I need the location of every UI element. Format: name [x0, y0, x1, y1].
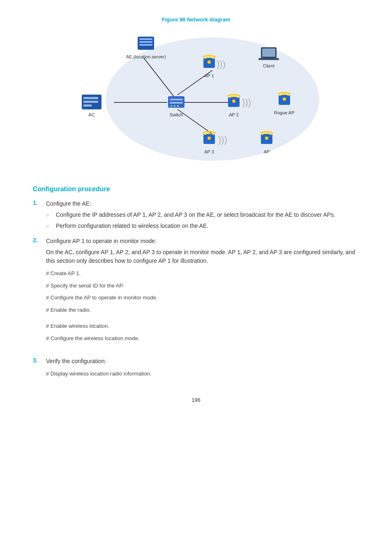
- svg-point-14: [177, 105, 179, 107]
- ap3-waves: ))): [218, 134, 227, 145]
- ap1-node: AP 1: [200, 54, 218, 78]
- substep-1-2-text: Perform configuration related to wireles…: [56, 222, 208, 230]
- ap-bottom-icon: [258, 130, 276, 148]
- step-1-content: Configure the AE: ○ Configure the IP add…: [46, 199, 359, 233]
- ap1-icon: [200, 54, 218, 72]
- step-1-num: 1.: [33, 199, 41, 233]
- ap-bottom-node: AP: [258, 130, 276, 154]
- ap1-waves: ))): [217, 59, 226, 70]
- ap-bottom-label: AP: [264, 149, 270, 154]
- svg-point-28: [283, 97, 286, 101]
- step-2-content: Configure AP 1 to operate in monitor mod…: [46, 237, 359, 345]
- ap2-icon: [225, 93, 243, 111]
- step-1: 1. Configure the AE: ○ Configure the IP …: [33, 199, 359, 233]
- step-1-text: Configure the AE:: [46, 199, 359, 208]
- section-heading: Configuration procedure: [33, 185, 359, 193]
- svg-rect-16: [83, 97, 98, 99]
- step-2-code-4: # Enable wireless location.: [46, 322, 359, 330]
- ap2-label: AP 2: [229, 112, 239, 117]
- step-2-num: 2.: [33, 237, 41, 345]
- switch-label: Switch: [170, 112, 183, 117]
- switch-icon: [167, 93, 185, 111]
- svg-rect-18: [83, 104, 92, 107]
- ac-node: AC: [81, 93, 102, 117]
- svg-rect-10: [170, 99, 183, 100]
- ae-label: AE (location server): [126, 54, 166, 59]
- step-2-body: On the AC, configure AP 1, AP 2, and AP …: [46, 248, 359, 265]
- svg-point-20: [208, 60, 211, 64]
- steps-list: 1. Configure the AE: ○ Configure the IP …: [33, 199, 359, 380]
- client-label: Client: [263, 63, 274, 68]
- step-2: 2. Configure AP 1 to operate in monitor …: [33, 237, 359, 345]
- figure-section: Figure 98 Network diagram AE (loc: [33, 16, 359, 169]
- svg-rect-17: [83, 101, 98, 103]
- step-3: 3. Verify the configuration: # Display w…: [33, 357, 359, 380]
- step-2-code-0: # Create AP 1.: [46, 269, 359, 278]
- step-3-code-0: # Display wireless location radio inform…: [46, 370, 359, 378]
- substep-1-1-text: Configure the IP addresses of AP 1, AP 2…: [56, 211, 335, 219]
- ap3-node: AP 3: [200, 130, 218, 154]
- ac-label: AC: [88, 112, 95, 117]
- rogue-ap-label: Rogue AP: [274, 110, 295, 115]
- svg-rect-6: [139, 38, 152, 40]
- step-3-num: 3.: [33, 357, 41, 380]
- step-3-text: Verify the configuration:: [46, 357, 359, 366]
- svg-point-12: [171, 105, 172, 107]
- rogue-ap-icon: [275, 91, 293, 109]
- svg-rect-8: [139, 44, 152, 46]
- step-2-code-3: # Enable the radio.: [46, 306, 359, 314]
- step-2-code-5: # Configure the wireless location mode.: [46, 334, 359, 343]
- ap2-node: AP 2: [225, 93, 243, 117]
- step-2-text: Configure AP 1 to operate in monitor mod…: [46, 237, 359, 246]
- svg-point-30: [208, 137, 211, 140]
- svg-rect-7: [139, 41, 152, 43]
- switch-node: Switch: [167, 93, 185, 117]
- step-2-code-1: # Specify the serial ID for the AP.: [46, 282, 359, 290]
- svg-rect-24: [264, 57, 273, 59]
- client-icon: [258, 46, 280, 62]
- ac-icon: [81, 93, 102, 111]
- page-number: 196: [33, 397, 359, 403]
- ap3-label: AP 3: [204, 149, 214, 154]
- svg-point-26: [232, 100, 235, 103]
- svg-rect-22: [262, 49, 275, 57]
- ap1-label: AP 1: [204, 73, 214, 78]
- ap2-waves: ))): [242, 97, 251, 108]
- ap3-icon: [200, 130, 218, 148]
- figure-title: Figure 98 Network diagram: [33, 16, 359, 23]
- substep-1-2: ○ Perform configuration related to wirel…: [46, 222, 359, 230]
- substep-bullet-1: ○: [46, 211, 52, 219]
- configuration-section: Configuration procedure 1. Configure the…: [33, 185, 359, 380]
- substep-1-1: ○ Configure the IP addresses of AP 1, AP…: [46, 211, 359, 219]
- svg-rect-11: [170, 102, 183, 104]
- rogue-ap-node: Rogue AP: [274, 91, 295, 115]
- ae-node: AE (location server): [126, 33, 166, 59]
- step-2-code-2: # Configure the AP to operate in monitor…: [46, 294, 359, 302]
- svg-point-13: [174, 105, 175, 107]
- network-diagram: AE (location server) Switch AC: [56, 29, 336, 169]
- step-3-content: Verify the configuration: # Display wire…: [46, 357, 359, 380]
- ae-icon: [136, 33, 156, 53]
- svg-point-32: [265, 137, 268, 140]
- substep-bullet-2: ○: [46, 222, 52, 230]
- client-node: Client: [258, 46, 280, 68]
- step-1-substeps: ○ Configure the IP addresses of AP 1, AP…: [46, 211, 359, 230]
